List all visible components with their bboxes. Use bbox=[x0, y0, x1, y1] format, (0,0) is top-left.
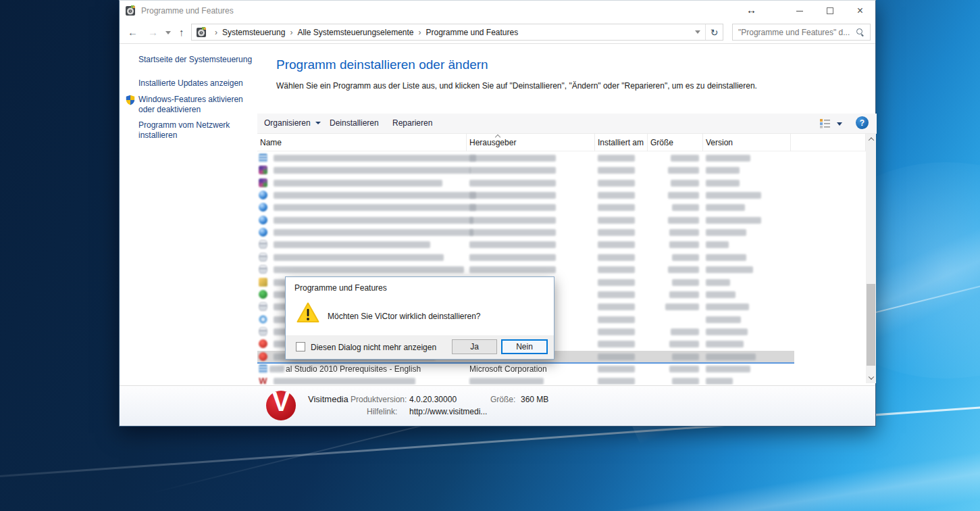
redacted-size bbox=[668, 266, 699, 273]
sphere-program-icon bbox=[259, 216, 267, 224]
program-name-text: al Studio 2010 Prerequisites - English bbox=[286, 364, 421, 374]
redacted-name bbox=[274, 180, 442, 187]
redacted-date bbox=[598, 291, 635, 298]
redacted-size bbox=[672, 254, 699, 261]
table-row[interactable] bbox=[120, 189, 875, 201]
redacted-name bbox=[274, 204, 476, 211]
redacted-version bbox=[706, 241, 729, 248]
redacted-version bbox=[706, 167, 740, 174]
scroll-up-button[interactable] bbox=[866, 134, 876, 145]
table-row[interactable] bbox=[120, 264, 875, 276]
table-row[interactable] bbox=[120, 251, 875, 264]
table-row[interactable] bbox=[120, 214, 875, 226]
redacted-name bbox=[274, 241, 430, 248]
redacted-date bbox=[598, 378, 635, 385]
redacted-version bbox=[706, 341, 744, 347]
redacted-version bbox=[706, 378, 733, 385]
program-publisher-text: Microsoft Corporation bbox=[469, 364, 547, 374]
redacted-version bbox=[706, 180, 740, 187]
redacted-publisher bbox=[469, 378, 544, 385]
redacted-publisher bbox=[469, 217, 556, 224]
redacted-date bbox=[598, 229, 635, 236]
redacted-publisher bbox=[469, 180, 556, 187]
sphere-program-icon bbox=[259, 191, 267, 199]
vs-program-icon bbox=[259, 166, 267, 174]
table-row[interactable] bbox=[120, 226, 875, 239]
redacted-publisher bbox=[469, 167, 556, 174]
table-row[interactable]: al Studio 2010 Prerequisites - EnglishMi… bbox=[120, 363, 875, 375]
dialog-message: Möchten Sie ViCtor wirklich deinstallier… bbox=[328, 312, 481, 321]
redacted-size bbox=[671, 180, 699, 187]
redacted-publisher bbox=[469, 155, 556, 162]
redacted-date bbox=[598, 366, 635, 372]
warning-triangle-icon bbox=[296, 301, 320, 324]
table-row[interactable]: W bbox=[120, 375, 875, 385]
yes-button[interactable]: Ja bbox=[452, 339, 497, 354]
programs-and-features-window: Programme und Features ↔ × ← → ↑ ›System… bbox=[119, 0, 876, 427]
applines-program-icon bbox=[259, 364, 267, 373]
table-row[interactable] bbox=[120, 164, 875, 176]
table-row[interactable] bbox=[120, 177, 875, 189]
redacted-publisher bbox=[469, 229, 556, 236]
redacted-publisher bbox=[469, 254, 556, 261]
dialog-title: Programme und Features bbox=[294, 283, 387, 293]
redacted-date bbox=[598, 279, 635, 286]
redacted-date bbox=[598, 155, 635, 162]
db-program-icon bbox=[259, 253, 267, 262]
table-row[interactable] bbox=[120, 152, 875, 164]
no-button[interactable]: Nein bbox=[501, 339, 548, 354]
logo-letter: V bbox=[266, 387, 296, 417]
redacted-size bbox=[669, 291, 699, 298]
redacted-version bbox=[706, 266, 753, 273]
redacted-version bbox=[706, 366, 750, 372]
dialog-footer: Diesen Dialog nicht mehr anzeigen Ja Nei… bbox=[286, 335, 554, 359]
scroll-down-button[interactable] bbox=[866, 372, 876, 383]
redW-program-icon: W bbox=[259, 376, 267, 385]
redacted-version bbox=[706, 328, 748, 335]
chevron-down-icon bbox=[868, 374, 873, 379]
redacted-date bbox=[598, 316, 635, 323]
red-program-icon bbox=[259, 352, 267, 361]
redacted-publisher bbox=[469, 192, 556, 199]
redacted-size bbox=[672, 204, 699, 211]
scrollbar-thumb[interactable] bbox=[867, 284, 875, 366]
redacted-size bbox=[668, 192, 699, 199]
uninstall-confirm-dialog: Programme und Features Möchten Sie ViCto… bbox=[285, 276, 555, 360]
redacted-date bbox=[598, 303, 635, 310]
redacted-size bbox=[669, 366, 699, 372]
dont-show-again-checkbox[interactable] bbox=[296, 342, 305, 351]
redacted-name bbox=[274, 266, 464, 273]
redacted-date bbox=[598, 354, 635, 360]
redacted-date bbox=[598, 217, 635, 224]
redacted-publisher bbox=[469, 266, 556, 273]
red-program-icon bbox=[259, 339, 267, 348]
green-program-icon bbox=[259, 290, 267, 299]
redacted-version bbox=[706, 192, 761, 199]
db-program-icon bbox=[259, 240, 267, 249]
redacted-date bbox=[598, 254, 635, 261]
table-row[interactable] bbox=[120, 201, 875, 214]
redacted-date bbox=[598, 192, 635, 199]
redacted-size bbox=[668, 167, 699, 174]
redacted-name bbox=[274, 254, 444, 261]
size-label: Größe: bbox=[490, 395, 515, 404]
sphere-program-icon bbox=[259, 228, 267, 237]
redacted-version bbox=[706, 254, 746, 261]
redacted-version bbox=[706, 217, 761, 224]
redacted-name bbox=[274, 217, 473, 224]
redacted-size bbox=[671, 328, 699, 335]
table-row[interactable] bbox=[120, 239, 875, 251]
details-pane: V Visitmedia Produktversion: 4.0.20.3000… bbox=[120, 385, 875, 426]
redacted-version bbox=[706, 229, 746, 236]
redacted-publisher bbox=[469, 204, 556, 211]
redacted-size bbox=[669, 341, 699, 347]
selected-program-name: Visitmedia bbox=[308, 394, 349, 404]
chevron-up-icon bbox=[868, 137, 873, 143]
sphere-program-icon bbox=[259, 203, 267, 212]
redacted-size bbox=[672, 378, 699, 385]
redacted-name bbox=[274, 378, 415, 385]
helplink-value[interactable]: http://www.visitmedi... bbox=[409, 407, 487, 416]
redacted-version bbox=[706, 354, 756, 360]
redacted-publisher bbox=[469, 241, 556, 248]
redacted-size bbox=[672, 279, 699, 286]
